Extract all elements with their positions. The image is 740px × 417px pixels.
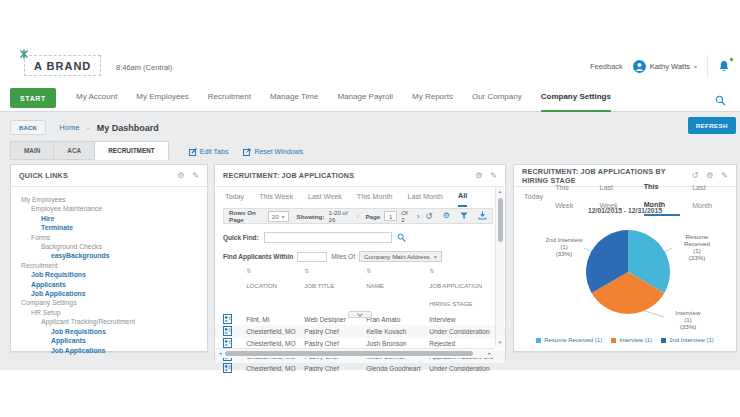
reset-windows-button[interactable]: Reset Windows (243, 148, 303, 156)
quick-link-terminate[interactable]: Terminate (41, 224, 73, 231)
scrollbar-thumb[interactable] (498, 198, 503, 242)
rows-per-page-select[interactable]: 20 ▾ (268, 211, 289, 222)
cell-name: Kellie Kovach (366, 328, 429, 335)
scroll-up-arrow[interactable]: ▲ (496, 189, 504, 194)
miles-input[interactable] (297, 252, 327, 262)
column-name[interactable]: NAME (366, 282, 384, 289)
period-tabs: Today This Week Last Week This Month Las… (514, 187, 736, 206)
horizontal-scrollbar[interactable]: ◄ ► (216, 348, 494, 358)
quick-link-applicants-2[interactable]: Applicants (51, 337, 86, 344)
nav-item-my-account[interactable]: My Account (76, 84, 117, 112)
vertical-scrollbar[interactable]: ▲ ▼ (495, 187, 504, 347)
tab-this-week[interactable]: This Week (259, 188, 293, 206)
filter-icon[interactable] (460, 212, 468, 221)
nav-item-manage-time[interactable]: Manage Time (270, 84, 318, 112)
scrollbar-thumb[interactable] (225, 351, 473, 356)
pencil-icon[interactable]: ✎ (192, 172, 199, 180)
nav-item-our-company[interactable]: Our Company (472, 84, 522, 112)
start-button[interactable]: START (10, 88, 56, 108)
tab-aca[interactable]: ACA (54, 141, 95, 160)
column-hiring-stage[interactable]: JOB APPLICATION HIRING STAGE (429, 282, 482, 307)
tab-this-week[interactable]: This Week (555, 179, 587, 215)
tab-last-month[interactable]: Last Month (692, 179, 726, 215)
grid-settings-icon[interactable]: ⚙ (443, 212, 450, 220)
header-divider (707, 55, 708, 77)
nav-item-recruitment[interactable]: Recruitment (208, 84, 251, 112)
quick-link-job-requisitions-2[interactable]: Job Requisitions (51, 328, 106, 335)
grid-refresh-icon[interactable]: ↺ (425, 212, 433, 221)
nav-item-manage-payroll[interactable]: Manage Payroll (337, 84, 393, 112)
breadcrumb-home-link[interactable]: Home (59, 123, 79, 132)
notification-badge (729, 57, 734, 62)
nav-item-company-settings[interactable]: Company Settings (541, 84, 611, 112)
legend-item-2nd-interview[interactable]: 2nd Interview (1) (661, 337, 714, 343)
miles-of-label: Miles Of (331, 253, 355, 260)
tree-node: Company Settings (21, 299, 77, 306)
chart-legend: Resume Received (1) Interview (1) 2nd In… (514, 332, 736, 343)
applicant-profile-icon[interactable] (223, 326, 246, 337)
collapse-filters-button[interactable] (348, 311, 372, 318)
tab-this-month[interactable]: This Month (357, 188, 393, 206)
tab-recruitment[interactable]: RECRUITMENT (95, 141, 169, 160)
column-job-title[interactable]: JOB TITLE (304, 282, 334, 289)
page-title: My Dashboard (97, 123, 159, 133)
notifications-button[interactable] (718, 59, 732, 73)
quick-link-easybackgrounds[interactable]: easyBackgrounds (51, 252, 110, 259)
scroll-down-arrow[interactable]: ▼ (496, 340, 504, 345)
brand-star-icon (19, 49, 29, 61)
nav-item-my-reports[interactable]: My Reports (412, 84, 453, 112)
sort-icon[interactable]: ⇅ (429, 268, 493, 274)
pencil-icon[interactable]: ✎ (490, 172, 497, 180)
search-icon[interactable] (715, 92, 726, 110)
page-input[interactable] (384, 211, 397, 221)
legend-item-resume-received[interactable]: Resume Received (1) (536, 337, 602, 343)
quick-link-job-applications[interactable]: Job Applications (31, 290, 86, 297)
sort-icon[interactable]: ⇅ (246, 268, 304, 274)
cell-stage: Rejected (429, 340, 493, 347)
address-select[interactable]: Company Main Address ▾ (359, 251, 442, 262)
edit-tabs-button[interactable]: Edit Tabs (189, 148, 229, 156)
tab-all[interactable]: All (458, 187, 467, 207)
table-row[interactable]: Chesterfield, MO Pastry Chef Glenda Good… (215, 363, 505, 375)
legend-swatch (661, 338, 666, 343)
tab-last-week[interactable]: Last Week (308, 188, 342, 206)
gear-icon[interactable]: ⚙ (177, 172, 184, 180)
scroll-right-arrow[interactable]: ► (488, 351, 492, 356)
applicant-profile-icon[interactable] (223, 314, 246, 325)
legend-item-interview[interactable]: Interview (1) (611, 337, 652, 343)
legend-swatch (611, 338, 616, 343)
refresh-button[interactable]: REFRESH (688, 117, 736, 134)
scroll-left-arrow[interactable]: ◄ (218, 351, 222, 356)
quick-link-job-requisitions[interactable]: Job Requisitions (31, 271, 86, 278)
table-row[interactable]: Chesterfield, MO Pastry Chef Kellie Kova… (215, 325, 505, 337)
sort-icon[interactable]: ⇅ (304, 268, 366, 274)
tab-main[interactable]: MAIN (10, 141, 54, 160)
prev-page-button[interactable]: ‹ (355, 212, 362, 221)
download-icon[interactable] (478, 211, 487, 221)
nav-item-my-employees[interactable]: My Employees (136, 84, 188, 112)
brand-logo[interactable]: A BRAND (24, 55, 101, 76)
cell-name: Glenda Goodheart (366, 365, 429, 372)
tab-today[interactable]: Today (225, 188, 244, 206)
feedback-link[interactable]: Feedback (590, 62, 623, 71)
tab-today[interactable]: Today (524, 188, 543, 206)
back-button[interactable]: BACK (10, 120, 46, 135)
user-menu[interactable]: Kathy Watts ▾ (633, 60, 697, 73)
sort-icon[interactable]: ⇅ (366, 268, 429, 274)
quick-find-search-icon[interactable] (397, 228, 406, 246)
quick-link-job-applications-2[interactable]: Job Applications (51, 347, 106, 354)
tab-last-month[interactable]: Last Month (407, 188, 443, 206)
dashboard-tabbar: MAIN ACA RECRUITMENT Edit Tabs Reset Win… (10, 141, 303, 160)
rows-per-page-value: 20 (272, 213, 279, 220)
quick-find-input[interactable] (264, 232, 392, 243)
find-within-label: Find Applicants Within (223, 253, 293, 260)
cell-job-title: Pastry Chef (304, 365, 366, 372)
cell-job-title: Pastry Chef (304, 328, 366, 335)
quick-link-hire[interactable]: Hire (41, 215, 54, 222)
applicant-profile-icon[interactable] (223, 363, 246, 374)
quick-link-applicants[interactable]: Applicants (31, 281, 66, 288)
next-page-button[interactable]: › (415, 212, 422, 221)
gear-icon[interactable]: ⚙ (475, 172, 482, 180)
column-location[interactable]: LOCATION (246, 282, 277, 289)
pie-label-interview: Interview (1) (33%) (662, 309, 714, 330)
